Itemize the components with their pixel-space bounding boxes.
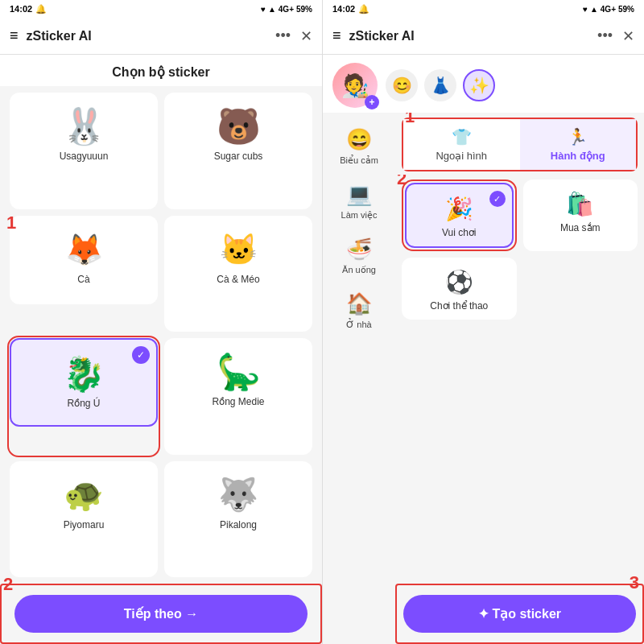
avatar[interactable]: 🧑‍🎨 + [332, 63, 378, 108]
step1-label-right: 1 [405, 113, 415, 127]
options-grid: 2 ✓ 🎉 Vui chơi 🛍️ Mua sắm [395, 175, 644, 584]
sticker-sugar-cubs[interactable]: 🐻 Sugar cubs [164, 93, 312, 209]
category-sidebar: 😄 Biểu cảm 💻 Làm việc 🍜 Ăn uống 🏠 Ở nhà [323, 113, 395, 644]
header-right: ≡ zSticker AI ••• ✕ [323, 18, 644, 55]
sticker-name-sugar-cubs: Sugar cubs [214, 151, 263, 162]
notif-icon-right: 🔔 [358, 4, 369, 14]
close-icon-right[interactable]: ✕ [622, 27, 634, 45]
tab-hanh-dong[interactable]: 🏃 Hành động [520, 119, 637, 170]
time-right: 14:02 [332, 4, 355, 14]
sticker-pikalong[interactable]: 🐺 Pikalong [164, 461, 312, 578]
sticker-ca[interactable]: 🦊 Cà [10, 216, 158, 304]
bieu-cam-icon: 😄 [346, 127, 372, 152]
app-title-right: zSticker AI [349, 29, 598, 43]
mua-sam-label: Mua sắm [560, 222, 601, 233]
heart-icon-right: ♥ [583, 5, 588, 14]
time-left: 14:02 [10, 4, 32, 14]
vui-choi-icon: 🎉 [445, 196, 473, 222]
left-panel: 14:02 🔔 ♥ ▲ 4G+ 59% ≡ zSticker AI ••• ✕ … [0, 0, 322, 644]
sticker-name-usagyuuun: Usagyuuun [60, 151, 109, 162]
sticker-name-rong-medie: Rồng Medie [212, 396, 264, 407]
an-uong-icon: 🍜 [346, 237, 372, 262]
notif-icon: 🔔 [35, 4, 47, 14]
category-bieu-cam[interactable]: 😄 Biểu cảm [323, 119, 395, 174]
wifi-icon: ▲ [268, 5, 276, 14]
step1-label-left: 1 [6, 213, 16, 233]
add-photo-button[interactable]: + [365, 95, 379, 109]
heart-icon: ♥ [261, 5, 266, 14]
lam-viec-icon: 💻 [346, 182, 372, 207]
choi-the-thao-icon: ⚽ [445, 269, 473, 295]
sticker-rong-u[interactable]: ✓ 🐉 Rồng Ú [10, 338, 158, 427]
more-icon-right[interactable]: ••• [597, 27, 613, 44]
next-button[interactable]: Tiếp theo → [14, 595, 308, 633]
hanh-dong-label: Hành động [551, 150, 605, 162]
menu-icon-left[interactable]: ≡ [10, 27, 19, 44]
check-icon-vui-choi: ✓ [489, 191, 506, 207]
tab-ngoai-hinh[interactable]: 👕 Ngoại hình [403, 119, 520, 170]
sticker-piyomaru[interactable]: 🐢 Piyomaru [10, 461, 158, 578]
option-vui-choi[interactable]: ✓ 🎉 Vui chơi [405, 183, 514, 248]
sticker-grid: 🐰 Usagyuuun 🐻 Sugar cubs 1 🦊 Cà 🐱 C [0, 86, 322, 584]
sparkle-opt[interactable]: ✨ [463, 69, 495, 101]
an-uong-label: Ăn uống [342, 265, 376, 275]
category-lam-viec[interactable]: 💻 Làm việc [323, 174, 395, 229]
right-content: 😄 Biểu cảm 💻 Làm việc 🍜 Ăn uống 🏠 Ở nhà … [323, 113, 644, 644]
bieu-cam-label: Biểu cảm [340, 155, 378, 166]
sticker-name-ca-meo: Cà & Méo [217, 274, 259, 285]
main-options-area: 1 👕 Ngoại hình 🏃 Hành động [395, 113, 644, 644]
profile-area: 🧑‍🎨 + 😊 👗 ✨ [323, 55, 644, 113]
profile-options: 😊 👗 ✨ [386, 69, 495, 101]
vui-choi-label: Vui chơi [442, 227, 477, 238]
step2-label-right: 2 [397, 175, 407, 189]
wifi-icon-right: ▲ [590, 5, 598, 14]
signal-icon-right: 4G+ [601, 5, 616, 14]
sticker-usagyuuun[interactable]: 🐰 Usagyuuun [10, 93, 158, 209]
hanh-dong-icon: 🏃 [568, 127, 588, 147]
step2-label-left: 2 [3, 574, 13, 595]
clothes-opt[interactable]: 👗 [424, 69, 456, 101]
vui-choi-border: ✓ 🎉 Vui chơi [402, 180, 517, 251]
status-bar-right: 14:02 🔔 ♥ ▲ 4G+ 59% [323, 0, 644, 18]
choi-the-thao-label: Chơi thể thao [430, 300, 488, 312]
category-o-nha[interactable]: 🏠 Ở nhà [323, 283, 395, 338]
option-choi-the-thao[interactable]: ⚽ Chơi thể thao [402, 258, 517, 320]
step3-label: 3 [630, 572, 639, 593]
create-button-area: 3 ✦ Tạo sticker [395, 584, 644, 644]
menu-icon-right[interactable]: ≡ [332, 27, 341, 44]
sticker-name-rong-u: Rồng Ú [67, 398, 100, 409]
sticker-name-pikalong: Pikalong [220, 519, 257, 530]
status-bar-left: 14:02 🔔 ♥ ▲ 4G+ 59% [0, 0, 322, 18]
lam-viec-label: Làm việc [341, 210, 378, 221]
tabs-row: 👕 Ngoại hình 🏃 Hành động [403, 119, 636, 170]
sticker-ca-meo[interactable]: 🐱 Cà & Méo [164, 216, 312, 332]
close-icon-left[interactable]: ✕ [300, 27, 312, 45]
signal-icon: 4G+ [279, 5, 294, 14]
app-title-left: zSticker AI [27, 29, 276, 43]
create-sticker-button[interactable]: ✦ Tạo sticker [403, 595, 636, 633]
ngoai-hinh-icon: 👕 [452, 127, 472, 147]
sticker-name-piyomaru: Piyomaru [64, 519, 105, 530]
sticker-rong-medie[interactable]: 🦕 Rồng Medie [164, 338, 312, 455]
more-icon-left[interactable]: ••• [275, 27, 291, 44]
sticker-name-ca: Cà [77, 274, 89, 285]
battery-right: 59% [618, 5, 634, 14]
check-icon-rong-u: ✓ [132, 346, 150, 364]
header-left: ≡ zSticker AI ••• ✕ [0, 18, 322, 55]
battery-left: 59% [296, 5, 312, 14]
option-mua-sam[interactable]: 🛍️ Mua sắm [523, 180, 638, 251]
o-nha-label: Ở nhà [346, 320, 371, 330]
options-grid-inner: 2 ✓ 🎉 Vui chơi 🛍️ Mua sắm [402, 180, 638, 320]
tab-section: 1 👕 Ngoại hình 🏃 Hành động [402, 118, 638, 171]
right-panel: 14:02 🔔 ♥ ▲ 4G+ 59% ≡ zSticker AI ••• ✕ … [322, 0, 644, 644]
category-an-uong[interactable]: 🍜 Ăn uống [323, 229, 395, 283]
page-title-left: Chọn bộ sticker [0, 55, 322, 86]
ngoai-hinh-label: Ngoại hình [436, 150, 487, 162]
mua-sam-icon: 🛍️ [566, 191, 594, 217]
next-button-area: 2 Tiếp theo → [0, 584, 322, 644]
emoji-opt[interactable]: 😊 [386, 69, 418, 101]
o-nha-icon: 🏠 [346, 291, 372, 316]
